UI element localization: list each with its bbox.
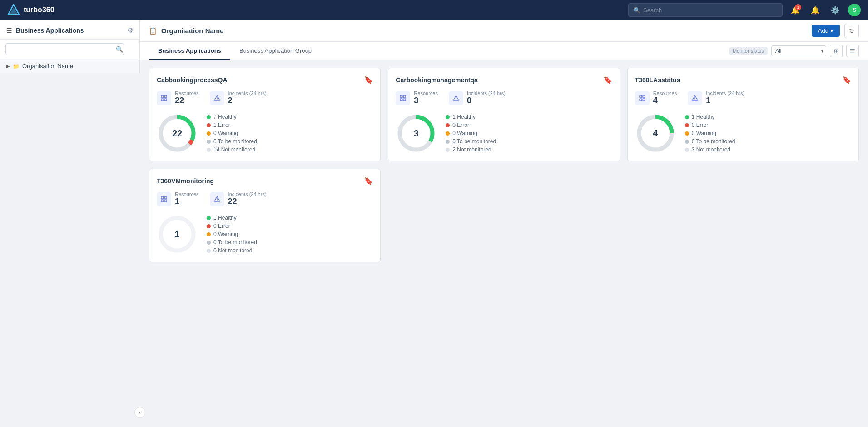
legend-label-0: 1 Healthy xyxy=(692,114,715,120)
refresh-button[interactable]: ↻ xyxy=(844,24,859,38)
main-content: 📋 Organisation Name Add ▾ ↻ Business App… xyxy=(140,20,868,427)
sidebar-settings-icon[interactable]: ⚙ xyxy=(127,26,133,35)
bookmark-icon[interactable]: 🔖 xyxy=(603,75,612,84)
bookmark-icon[interactable]: 🔖 xyxy=(364,176,373,185)
resources-label: Resources xyxy=(414,90,438,96)
monitor-status-filter[interactable]: All Monitored Not monitored To be monito… xyxy=(771,45,826,56)
sidebar-item-org[interactable]: ▶ 📁 Organisation Name xyxy=(0,59,139,73)
bookmark-icon[interactable]: 🔖 xyxy=(364,75,373,84)
list-view-button[interactable]: ☰ xyxy=(846,45,859,57)
incidents-value: 22 xyxy=(228,197,267,206)
legend-item-2: 0 Warning xyxy=(207,130,257,136)
legend-dot-1 xyxy=(207,224,211,228)
sidebar-search-input[interactable] xyxy=(5,43,124,55)
legend-dot-4 xyxy=(446,148,450,152)
card-body: 22 7 Healthy 1 Error 0 Warning 0 To be m… xyxy=(157,113,373,154)
sidebar-collapse-button[interactable]: ‹ xyxy=(134,407,145,418)
search-bar[interactable]: 🔍 xyxy=(628,3,783,17)
legend-dot-1 xyxy=(685,123,689,127)
legend-dot-2 xyxy=(685,131,689,136)
incidents-label: Incidents (24 hrs) xyxy=(228,191,267,197)
legend-label-4: 14 Not monitored xyxy=(213,146,255,153)
donut-label: 22 xyxy=(172,128,182,139)
card-header: T360LAsstatus 🔖 xyxy=(635,75,851,84)
alert-icon: 🔔 xyxy=(811,6,820,15)
add-button[interactable]: Add ▾ xyxy=(812,25,840,37)
sidebar-header: ☰ Business Applications ⚙ xyxy=(0,20,139,40)
legend-item-0: 1 Healthy xyxy=(685,114,735,120)
legend-item-4: 0 Not monitored xyxy=(207,247,257,254)
sidebar-menu-icon: ☰ xyxy=(6,27,12,34)
svg-point-7 xyxy=(217,99,217,100)
incidents-info: Incidents (24 hrs) 22 xyxy=(228,191,267,206)
monitor-status-select[interactable]: All Monitored Not monitored To be monito… xyxy=(771,45,826,56)
legend-item-2: 0 Warning xyxy=(207,231,257,237)
legend-item-1: 0 Error xyxy=(446,122,496,128)
cards-area: CabbookingprocessQA 🔖 Resources 22 xyxy=(140,60,868,427)
legend-dot-0 xyxy=(207,115,211,119)
svg-rect-16 xyxy=(640,95,642,98)
legend: 1 Healthy 0 Error 0 Warning 0 To be moni… xyxy=(446,114,496,153)
notification-badge: 1 xyxy=(795,4,801,10)
resources-label: Resources xyxy=(175,90,199,96)
donut-chart: 3 xyxy=(396,113,436,154)
legend-dot-1 xyxy=(446,123,450,127)
logo-text: turbo360 xyxy=(24,6,55,14)
legend-label-2: 0 Warning xyxy=(213,130,238,136)
settings-button[interactable]: ⚙️ xyxy=(828,3,843,17)
resources-stat: Resources 4 xyxy=(635,90,677,105)
legend-dot-4 xyxy=(685,148,689,152)
legend-item-0: 7 Healthy xyxy=(207,114,257,120)
legend-item-4: 14 Not monitored xyxy=(207,146,257,153)
resources-label: Resources xyxy=(653,90,677,96)
card-body: 1 1 Healthy 0 Error 0 Warning 0 To be mo… xyxy=(157,214,373,255)
resources-stat: Resources 1 xyxy=(157,191,199,206)
svg-rect-23 xyxy=(161,196,164,199)
resources-value: 22 xyxy=(175,96,199,105)
chevron-icon: ▶ xyxy=(6,64,10,69)
legend-dot-0 xyxy=(207,216,211,220)
main-header: 📋 Organisation Name Add ▾ ↻ xyxy=(140,20,868,42)
legend-label-1: 0 Error xyxy=(213,223,230,229)
legend-dot-3 xyxy=(207,241,211,245)
legend-item-0: 1 Healthy xyxy=(446,114,496,120)
list-view-icon: ☰ xyxy=(850,48,855,55)
card-stats: Resources 22 Incidents (24 hrs) 2 xyxy=(157,90,373,105)
tab-business-application-group-label: Business Application Group xyxy=(239,47,312,54)
logo-icon xyxy=(7,4,20,16)
incidents-icon xyxy=(688,91,702,105)
legend-dot-2 xyxy=(446,131,450,136)
legend-dot-3 xyxy=(207,140,211,144)
legend-item-2: 0 Warning xyxy=(446,130,496,136)
legend-label-1: 1 Error xyxy=(213,122,230,128)
donut-chart: 22 xyxy=(157,113,198,154)
notifications-button[interactable]: 🔔 1 xyxy=(788,3,803,17)
svg-rect-17 xyxy=(643,95,645,98)
incidents-stat: Incidents (24 hrs) 1 xyxy=(688,90,744,105)
legend: 7 Healthy 1 Error 0 Warning 0 To be moni… xyxy=(207,114,257,153)
bookmark-icon[interactable]: 🔖 xyxy=(842,75,851,84)
avatar[interactable]: S xyxy=(848,4,861,16)
card-view-button[interactable]: ⊞ xyxy=(830,45,843,57)
card-title: T360VMmonitoring xyxy=(157,177,214,185)
legend-label-4: 2 Not monitored xyxy=(452,146,491,153)
sidebar-search-bar[interactable]: 🔍 xyxy=(0,40,139,59)
tab-business-applications[interactable]: Business Applications xyxy=(149,43,230,60)
sidebar-wrap: ☰ Business Applications ⚙ 🔍 ▶ 📁 Organisa… xyxy=(0,20,140,427)
resources-value: 4 xyxy=(653,96,677,105)
incidents-stat: Incidents (24 hrs) 0 xyxy=(449,90,506,105)
svg-rect-4 xyxy=(161,99,164,101)
logo[interactable]: turbo360 xyxy=(7,4,55,16)
legend: 1 Healthy 0 Error 0 Warning 0 To be moni… xyxy=(207,215,257,254)
incidents-icon xyxy=(210,192,224,206)
alerts-button[interactable]: 🔔 xyxy=(808,3,823,17)
legend-item-3: 0 To be monitored xyxy=(446,138,496,145)
app-card-card-t360vm: T360VMmonitoring 🔖 Resources 1 xyxy=(149,169,381,262)
folder-icon: 📁 xyxy=(13,63,20,70)
tab-business-application-group[interactable]: Business Application Group xyxy=(230,43,321,60)
search-input[interactable] xyxy=(643,7,778,14)
legend-item-4: 2 Not monitored xyxy=(446,146,496,153)
legend-dot-4 xyxy=(207,148,211,152)
legend-label-3: 0 To be monitored xyxy=(213,138,257,145)
app-card-card-carbooking-mgmt: Carbookingmanagementqa 🔖 Resources 3 xyxy=(388,68,620,161)
